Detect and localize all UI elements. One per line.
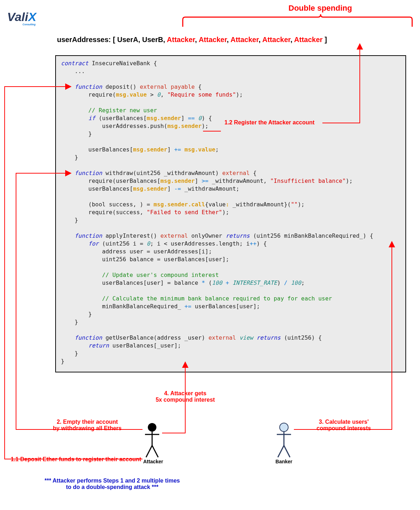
array-attacker-5: Attacker — [294, 36, 323, 43]
logo-sub: Consulting — [7, 23, 36, 26]
svg-line-9 — [284, 445, 290, 457]
diagram-canvas: ValiX Consulting Double spending userAdd… — [0, 0, 420, 510]
array-attacker-1: Attacker — [167, 36, 195, 43]
stick-figure-icon — [275, 422, 293, 458]
annot-1-2: 1.2 Register the Attacker account — [224, 119, 315, 126]
logo-x: X — [28, 10, 36, 24]
array-attacker-3: Attacker — [230, 36, 259, 43]
array-label: userAddresses: [ — [57, 36, 117, 43]
attacker-figure: Attacker — [143, 422, 161, 462]
svg-line-8 — [278, 445, 284, 457]
svg-point-5 — [280, 423, 288, 432]
attacker-label: Attacker — [143, 459, 161, 464]
annot-1-1: 1.1 Deposit Ether funds to register thei… — [11, 456, 141, 463]
annot-3: 3. Calculate users' compound interests — [310, 419, 378, 432]
array-close: ] — [323, 36, 327, 43]
logo-prefix: Vali — [7, 10, 28, 24]
banker-label: Banker — [275, 459, 293, 464]
array-attacker-4: Attacker — [262, 36, 290, 43]
annot-4: 4. Attacker gets 5x compound interest — [150, 390, 221, 403]
annot-2: 2. Empty their account by withdrawing al… — [46, 419, 128, 432]
logo: ValiX Consulting — [7, 10, 36, 26]
annot-note: *** Attacker performs Steps 1 and 2 mult… — [37, 478, 187, 490]
code-box: contract InsecureNaiveBank { ... functio… — [55, 55, 406, 372]
array-line: userAddresses: [ UserA, UserB, Attacker,… — [57, 36, 327, 44]
svg-line-3 — [146, 445, 152, 457]
title-double-spending: Double spending — [226, 4, 415, 13]
array-userA: UserA — [117, 36, 138, 43]
array-attacker-2: Attacker — [199, 36, 227, 43]
stick-figure-icon — [143, 422, 161, 458]
svg-point-0 — [148, 423, 156, 432]
svg-line-4 — [152, 445, 158, 457]
array-userB: UserB — [142, 36, 163, 43]
banker-figure: Banker — [275, 422, 293, 462]
